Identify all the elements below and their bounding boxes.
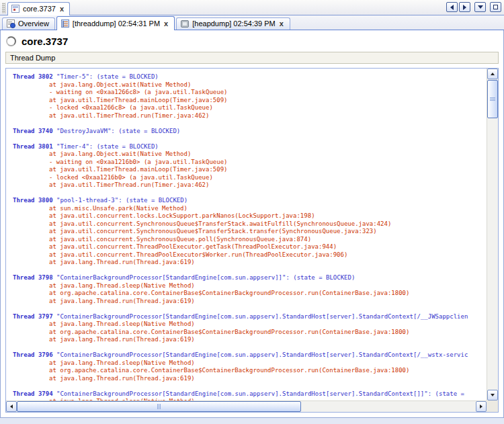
down-arrow-icon bbox=[491, 394, 495, 396]
stack-frame-line: at java.util.concurrent.SynchronousQueue… bbox=[13, 228, 487, 236]
tab-scroll-controls bbox=[445, 2, 501, 12]
left-arrow-icon bbox=[450, 5, 454, 10]
stack-frame-line: at java.util.concurrent.SynchronousQueue… bbox=[13, 236, 487, 244]
thread-id: Thread 3801 bbox=[13, 143, 53, 150]
profiler-window: core.3737 x Overview [threaddump] 02:54:… bbox=[0, 0, 504, 424]
thread-block: Thread 3801 "Timer-4": (state = BLOCKED)… bbox=[13, 143, 487, 189]
tabstrip-grip-handle[interactable] bbox=[2, 3, 5, 13]
scroll-up-button[interactable] bbox=[487, 69, 498, 79]
close-icon[interactable]: x bbox=[59, 5, 65, 12]
horizontal-scroll-thumb[interactable] bbox=[17, 401, 301, 412]
chevron-down-icon bbox=[478, 5, 483, 9]
editor-tab-core-3737[interactable]: core.3737 x bbox=[7, 2, 70, 15]
thread-dump-text: Thread 3802 "Timer-5": (state = BLOCKED)… bbox=[6, 69, 487, 400]
tab-threaddump-label: [threaddump] 02:54:31 PM bbox=[73, 19, 160, 28]
tab-overview[interactable]: Overview bbox=[2, 17, 55, 30]
stack-frame-line: - waiting on <0xaa1266c8> (a java.util.T… bbox=[13, 89, 487, 97]
thread-id: Thread 3800 bbox=[13, 197, 53, 204]
thread-block: Thread 3800 "pool-1-thread-3": (state = … bbox=[13, 197, 487, 267]
threaddump-view: core.3737 Thread Dump Thread 3802 "Timer… bbox=[0, 30, 504, 417]
stack-frame-line: at java.lang.Object.wait(Native Method) bbox=[13, 151, 487, 159]
stack-frame-line: - locked <0xaa1216b0> (a java.util.TaskQ… bbox=[13, 174, 487, 182]
thread-block: Thread 3798 "ContainerBackgroundProcesso… bbox=[13, 274, 487, 305]
thread-header-line: Thread 3800 "pool-1-thread-3": (state = … bbox=[13, 197, 487, 205]
scroll-tabs-right-button[interactable] bbox=[459, 2, 470, 12]
up-arrow-icon bbox=[491, 73, 495, 75]
close-icon[interactable]: x bbox=[163, 20, 169, 27]
horizontal-scroll-track[interactable] bbox=[17, 401, 476, 412]
editor-tabstrip: core.3737 x bbox=[0, 0, 504, 15]
window-footer bbox=[0, 417, 504, 424]
stack-frame-line: at org.apache.catalina.core.ContainerBas… bbox=[13, 290, 487, 298]
thread-block: Thread 3796 "ContainerBackgroundProcesso… bbox=[13, 351, 487, 382]
thread-id: Thread 3794 bbox=[13, 390, 53, 397]
stack-frame-line: at java.util.TimerThread.run(Timer.java:… bbox=[13, 112, 487, 120]
stack-frame-line: at java.lang.Thread.run(Thread.java:619) bbox=[13, 336, 487, 344]
thread-id: Thread 3740 bbox=[13, 128, 53, 134]
thread-header-line: Thread 3801 "Timer-4": (state = BLOCKED) bbox=[13, 143, 487, 151]
left-arrow-icon bbox=[10, 405, 13, 409]
maximize-icon bbox=[493, 5, 498, 9]
tab-heapdump-label: [heapdump] 02:54:39 PM bbox=[192, 19, 276, 28]
right-arrow-icon bbox=[463, 5, 466, 10]
stack-frame-line: at java.util.TimerThread.mainLoop(Timer.… bbox=[13, 166, 487, 174]
heapdump-icon bbox=[181, 20, 189, 28]
stack-frame-line: at java.lang.Thread.run(Thread.java:619) bbox=[13, 375, 487, 383]
thread-dump-panel: Thread 3802 "Timer-5": (state = BLOCKED)… bbox=[5, 68, 499, 413]
stack-frame-line: at java.lang.Thread.sleep(Native Method) bbox=[13, 359, 487, 368]
stack-frame-line: at java.util.TimerThread.mainLoop(Timer.… bbox=[13, 97, 487, 105]
stack-frame-line: at org.apache.catalina.core.ContainerBas… bbox=[13, 367, 487, 375]
thread-header-line: Thread 3798 "ContainerBackgroundProcesso… bbox=[13, 274, 487, 282]
tab-threaddump[interactable]: [threaddump] 02:54:31 PM x bbox=[56, 16, 175, 30]
thread-header-line: Thread 3796 "ContainerBackgroundProcesso… bbox=[13, 351, 487, 359]
tab-overview-label: Overview bbox=[18, 19, 49, 28]
thread-id: Thread 3798 bbox=[13, 274, 53, 281]
stack-frame-line: at java.lang.Thread.run(Thread.java:619) bbox=[13, 298, 487, 306]
page-title: core.3737 bbox=[22, 36, 68, 47]
horizontal-scrollbar[interactable] bbox=[6, 400, 487, 412]
scroll-left-button[interactable] bbox=[6, 401, 17, 412]
threaddump-icon bbox=[61, 19, 69, 28]
section-header-thread-dump: Thread Dump bbox=[5, 52, 499, 64]
stack-frame-line: at java.util.concurrent.SynchronousQueue… bbox=[13, 220, 487, 228]
overview-icon bbox=[7, 19, 15, 28]
thread-block: Thread 3797 "ContainerBackgroundProcesso… bbox=[13, 313, 487, 344]
thread-id: Thread 3796 bbox=[13, 351, 53, 358]
thread-block: Thread 3794 "ContainerBackgroundProcesso… bbox=[13, 390, 487, 401]
vertical-scroll-thumb[interactable] bbox=[487, 80, 498, 118]
editor-tab-label: core.3737 bbox=[23, 5, 56, 13]
stack-frame-line: at java.lang.Thread.sleep(Native Method) bbox=[13, 282, 487, 290]
right-arrow-icon bbox=[480, 405, 482, 409]
stack-frame-line: at org.apache.catalina.core.ContainerBas… bbox=[13, 329, 487, 337]
close-icon[interactable]: x bbox=[279, 20, 284, 27]
scroll-down-button[interactable] bbox=[487, 390, 498, 400]
vertical-scrollbar[interactable] bbox=[487, 69, 498, 400]
document-header: core.3737 bbox=[1, 30, 503, 50]
maximize-view-button[interactable] bbox=[490, 2, 501, 12]
stack-frame-line: - waiting on <0xaa1216b0> (a java.util.T… bbox=[13, 159, 487, 167]
stack-frame-line: at java.lang.Thread.run(Thread.java:619) bbox=[13, 259, 487, 267]
stack-frame-line: at java.lang.Thread.sleep(Native Method) bbox=[13, 321, 487, 329]
stack-frame-line: at sun.misc.Unsafe.park(Native Method) bbox=[13, 205, 487, 213]
stack-frame-line: - locked <0xaa1266c8> (a java.util.TaskQ… bbox=[13, 104, 487, 112]
stack-frame-line: at java.util.concurrent.ThreadPoolExecut… bbox=[13, 251, 487, 259]
scroll-tabs-left-button[interactable] bbox=[446, 2, 458, 12]
thread-block: Thread 3740 "DestroyJavaVM": (state = BL… bbox=[13, 128, 487, 136]
stack-frame-line: at java.util.TimerThread.run(Timer.java:… bbox=[13, 181, 487, 189]
thread-id: Thread 3802 bbox=[13, 73, 53, 80]
progress-spinner-icon bbox=[6, 36, 16, 46]
tab-heapdump[interactable]: [heapdump] 02:54:39 PM x bbox=[176, 17, 290, 30]
scrollbar-corner bbox=[487, 400, 498, 412]
thread-header-line: Thread 3740 "DestroyJavaVM": (state = BL… bbox=[13, 128, 487, 136]
stack-frame-line: at java.util.concurrent.locks.LockSuppor… bbox=[13, 212, 487, 220]
thread-id: Thread 3797 bbox=[13, 313, 53, 320]
vertical-scroll-track[interactable] bbox=[487, 79, 498, 390]
thread-block: Thread 3802 "Timer-5": (state = BLOCKED)… bbox=[13, 73, 487, 120]
thread-header-line: Thread 3797 "ContainerBackgroundProcesso… bbox=[13, 313, 487, 321]
core-dump-icon bbox=[11, 5, 19, 13]
scroll-right-button[interactable] bbox=[476, 401, 487, 412]
stack-frame-line: at java.util.concurrent.ThreadPoolExecut… bbox=[13, 243, 487, 251]
view-tabstrip: Overview [threaddump] 02:54:31 PM x [hea… bbox=[0, 15, 504, 30]
thread-header-line: Thread 3794 "ContainerBackgroundProcesso… bbox=[13, 390, 487, 398]
tab-list-dropdown-button[interactable] bbox=[474, 2, 486, 12]
